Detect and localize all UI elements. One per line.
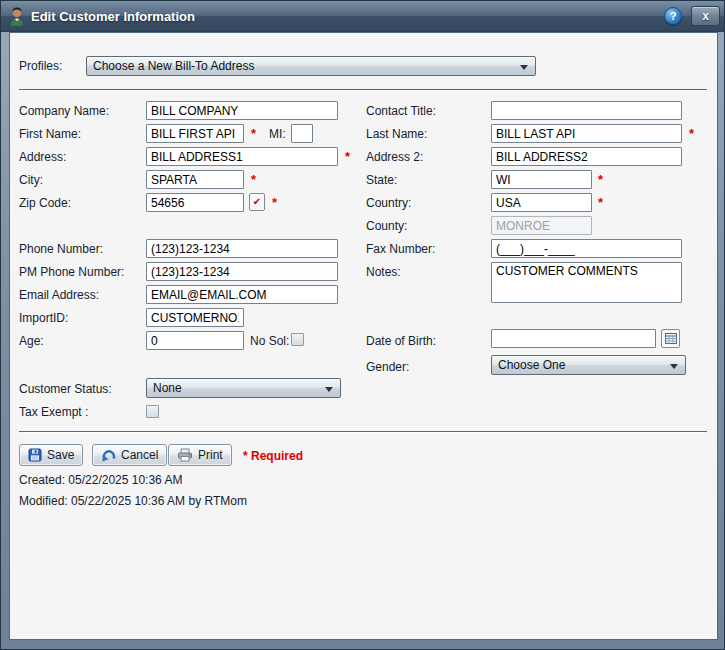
zip-code-input[interactable] [146, 193, 244, 212]
country-input[interactable] [491, 193, 592, 212]
company-name-input[interactable] [146, 101, 338, 120]
print-button-label: Print [198, 448, 223, 462]
county-label: County: [366, 219, 407, 233]
notes-textarea[interactable]: CUSTOMER COMMENTS [491, 262, 682, 303]
state-required: * [598, 172, 603, 187]
chevron-down-icon [520, 65, 528, 70]
address2-label: Address 2: [366, 150, 423, 164]
customer-avatar-icon [8, 6, 26, 27]
last-name-required: * [689, 126, 694, 141]
contact-title-input[interactable] [491, 101, 682, 120]
gender-dropdown[interactable]: Choose One [491, 355, 686, 375]
county-input [491, 216, 592, 235]
zip-required: * [272, 195, 277, 210]
save-icon [28, 448, 42, 462]
phone-number-input[interactable] [146, 239, 338, 258]
separator-top [19, 89, 707, 90]
save-button[interactable]: Save [19, 444, 83, 466]
country-label: Country: [366, 196, 411, 210]
separator-bottom [19, 431, 707, 432]
contact-title-label: Contact Title: [366, 104, 436, 118]
city-input[interactable] [146, 170, 244, 189]
age-label: Age: [19, 334, 44, 348]
created-timestamp: Created: 05/22/2025 10:36 AM [19, 473, 182, 487]
profiles-dropdown[interactable]: Choose a New Bill-To Address [86, 56, 536, 76]
edit-customer-dialog: Edit Customer Information ? x Profiles: … [0, 0, 725, 650]
email-address-label: Email Address: [19, 288, 99, 302]
no-sol-checkbox[interactable] [291, 333, 304, 346]
profiles-dropdown-value: Choose a New Bill-To Address [93, 59, 254, 73]
gender-label: Gender: [366, 360, 409, 374]
country-required: * [598, 195, 603, 210]
save-button-label: Save [47, 448, 74, 462]
last-name-input[interactable] [491, 124, 682, 143]
chevron-down-icon [670, 364, 678, 369]
import-id-label: ImportID: [19, 311, 68, 325]
company-name-label: Company Name: [19, 104, 109, 118]
notes-label: Notes: [366, 265, 401, 279]
zip-verify-button[interactable]: ✔ [249, 193, 265, 211]
address-required: * [345, 149, 350, 164]
fax-number-label: Fax Number: [366, 242, 435, 256]
mi-input[interactable] [291, 124, 313, 143]
close-button[interactable]: x [691, 6, 720, 26]
phone-number-label: Phone Number: [19, 242, 103, 256]
city-label: City: [19, 173, 43, 187]
undo-icon [101, 448, 116, 462]
no-sol-label: No Sol: [250, 334, 289, 348]
fax-number-input[interactable] [491, 239, 682, 258]
zip-verify-check-icon: ✔ [253, 197, 261, 207]
customer-status-dropdown[interactable]: None [146, 378, 341, 398]
calendar-button[interactable] [661, 329, 680, 348]
address2-input[interactable] [491, 147, 682, 166]
cancel-button-label: Cancel [121, 448, 158, 462]
dialog-title: Edit Customer Information [31, 9, 195, 24]
pm-phone-number-label: PM Phone Number: [19, 265, 124, 279]
date-of-birth-input[interactable] [491, 329, 656, 348]
address-label: Address: [19, 150, 66, 164]
titlebar[interactable]: Edit Customer Information ? x [1, 1, 724, 32]
pm-phone-number-input[interactable] [146, 262, 338, 281]
help-button[interactable]: ? [664, 7, 682, 25]
address-input[interactable] [146, 147, 338, 166]
customer-status-label: Customer Status: [19, 382, 112, 396]
age-input[interactable] [146, 331, 244, 350]
profiles-label: Profiles: [19, 59, 62, 73]
state-input[interactable] [491, 170, 592, 189]
first-name-label: First Name: [19, 127, 81, 141]
gender-value: Choose One [498, 358, 565, 372]
modified-timestamp: Modified: 05/22/2025 10:36 AM by RTMom [19, 494, 247, 508]
print-button[interactable]: Print [168, 444, 232, 466]
date-of-birth-label: Date of Birth: [366, 334, 436, 348]
state-label: State: [366, 173, 397, 187]
required-note: * Required [243, 449, 303, 463]
email-address-input[interactable] [146, 285, 338, 304]
mi-label: MI: [269, 127, 286, 141]
cancel-button[interactable]: Cancel [92, 444, 167, 466]
calendar-icon [665, 333, 677, 344]
zip-code-label: Zip Code: [19, 196, 71, 210]
first-name-required: * [251, 126, 256, 141]
customer-status-value: None [153, 381, 182, 395]
tax-exempt-label: Tax Exempt : [19, 405, 88, 419]
city-required: * [251, 172, 256, 187]
tax-exempt-checkbox[interactable] [146, 405, 159, 418]
first-name-input[interactable] [146, 124, 244, 143]
import-id-input[interactable] [146, 308, 244, 327]
last-name-label: Last Name: [366, 127, 427, 141]
chevron-down-icon [325, 387, 333, 392]
print-icon [177, 448, 193, 462]
